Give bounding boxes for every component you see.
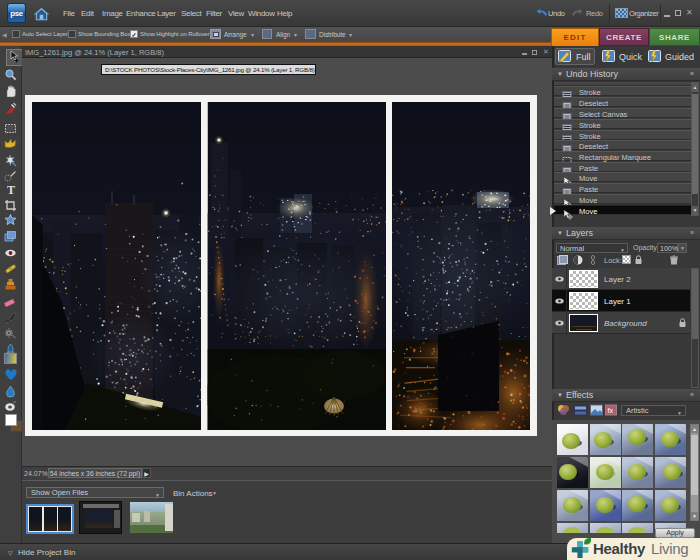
- svg-text:fx: fx: [608, 407, 614, 414]
